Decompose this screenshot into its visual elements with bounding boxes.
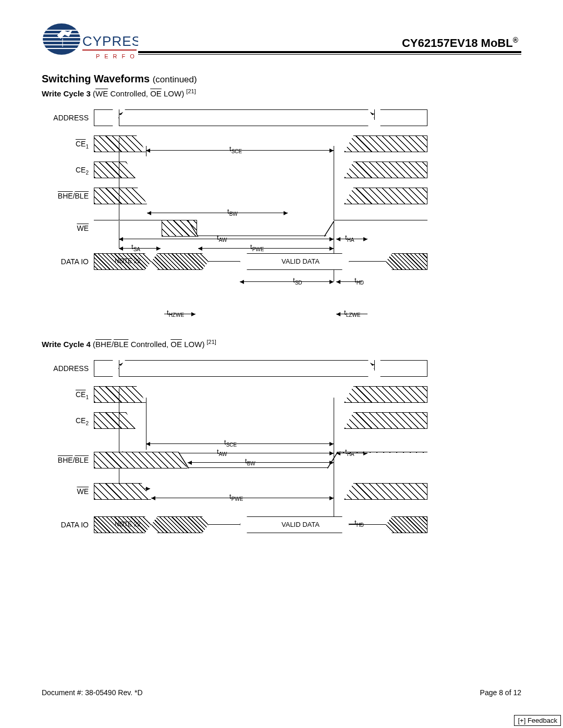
address-row: ADDRESS (94, 360, 480, 377)
svg-line-12 (178, 452, 189, 468)
ce1-row: CE1 (94, 135, 480, 152)
we-row: WE (94, 220, 480, 237)
ce2-row: CE2 (94, 412, 480, 429)
write-cycle-4-title: Write Cycle 4 (BHE/BLE Controlled, OE LO… (42, 339, 521, 349)
logo-icon: CYPRESS P E R F O R M (42, 21, 138, 63)
page-number: Page 8 of 12 (480, 688, 521, 697)
svg-text:CYPRESS: CYPRESS (82, 33, 138, 49)
svg-text:P E R F O R M: P E R F O R M (96, 53, 138, 59)
feedback-button[interactable]: [+] Feedback (514, 715, 561, 726)
svg-line-13 (327, 452, 338, 468)
cypress-logo: CYPRESS P E R F O R M (42, 21, 138, 63)
doc-number: Document #: 38-05490 Rev. *D (42, 688, 143, 697)
write-cycle-3-title: Write Cycle 3 (WE Controlled, OE LOW) [2… (42, 88, 521, 98)
section-heading: Switching Waveforms (continued) (42, 73, 521, 85)
page-footer: Document #: 38-05490 Rev. *D Page 8 of 1… (42, 688, 521, 697)
svg-line-10 (188, 220, 198, 237)
product-title: CY62157EV18 MoBL® (138, 36, 521, 50)
we-row: WE (94, 483, 480, 500)
data-io-row: DATA IO NOTE 22 VALID DATA (94, 516, 480, 533)
datasheet-page: CYPRESS P E R F O R M CY62157EV18 MoBL® … (0, 0, 563, 558)
bhe-ble-row: BHE/BLE (94, 188, 480, 204)
page-header: CYPRESS P E R F O R M CY62157EV18 MoBL® (42, 21, 521, 63)
data-io-row: DATA IO NOTE 22 VALID DATA (94, 253, 480, 270)
svg-point-0 (43, 23, 80, 55)
timing-diagram-wc4: tWC ADDRESS CE1 CE2 tSCE tAW tHA tBW BHE… (94, 360, 480, 558)
ce2-row: CE2 (94, 162, 480, 178)
svg-line-11 (324, 220, 335, 237)
address-row: ADDRESS (94, 109, 480, 126)
bhe-ble-row: BHE/BLE (94, 452, 480, 468)
timing-diagram-wc3: tWC ADDRESS tSCE CE1 CE2 tBW BHE/BLE tAW… (94, 109, 480, 328)
ce1-row: CE1 (94, 386, 480, 403)
